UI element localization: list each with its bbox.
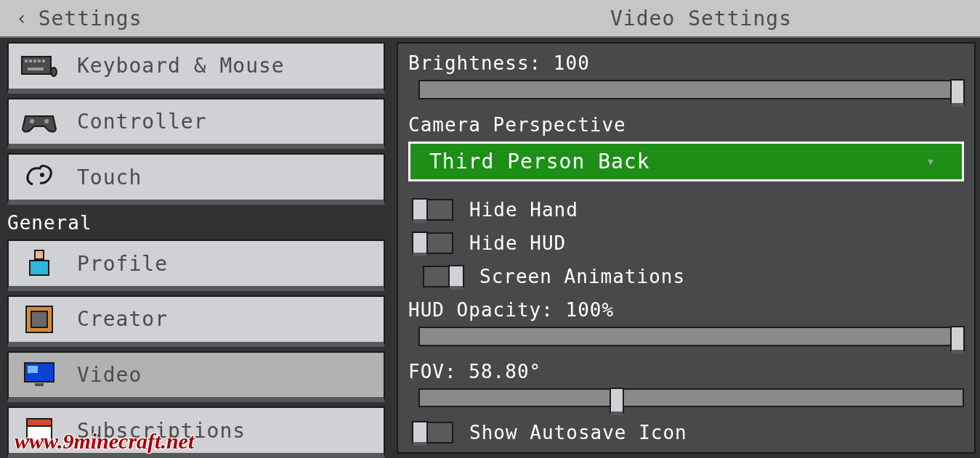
sidebar-item-touch[interactable]: Touch bbox=[7, 153, 385, 205]
video-icon bbox=[20, 359, 58, 390]
sidebar-item-video[interactable]: Video bbox=[7, 351, 385, 403]
svg-rect-12 bbox=[30, 261, 49, 275]
slider-thumb[interactable] bbox=[950, 79, 965, 107]
back-label: Settings bbox=[39, 7, 142, 30]
fov-slider[interactable] bbox=[418, 388, 964, 408]
sidebar-item-label: Touch bbox=[77, 165, 142, 189]
autosave-label: Show Autosave Icon bbox=[469, 422, 687, 443]
svg-rect-2 bbox=[29, 60, 32, 62]
svg-point-10 bbox=[40, 173, 44, 177]
svg-point-9 bbox=[44, 119, 49, 123]
hide-hud-row: Hide HUD bbox=[413, 232, 964, 254]
fov-label: FOV: 58.80° bbox=[408, 361, 964, 383]
hide-hand-row: Hide Hand bbox=[413, 199, 964, 221]
svg-rect-6 bbox=[28, 68, 44, 70]
sidebar-item-creator[interactable]: Creator bbox=[7, 295, 385, 347]
svg-rect-3 bbox=[33, 60, 36, 62]
svg-rect-1 bbox=[25, 60, 28, 62]
back-button[interactable]: ‹ Settings bbox=[0, 7, 142, 30]
brightness-label: Brightness: 100 bbox=[408, 52, 964, 74]
keyboard-icon bbox=[20, 50, 58, 82]
sidebar-item-label: Creator bbox=[77, 307, 168, 331]
camera-perspective-label: Camera Perspective bbox=[408, 114, 964, 136]
svg-point-8 bbox=[30, 119, 34, 123]
slider-thumb[interactable] bbox=[950, 326, 965, 353]
svg-rect-11 bbox=[35, 250, 44, 259]
chevron-down-icon: ▾ bbox=[926, 152, 936, 170]
sidebar-item-label: Controller bbox=[77, 110, 207, 134]
profile-icon bbox=[20, 248, 58, 279]
camera-perspective-dropdown[interactable]: Third Person Back ▾ bbox=[408, 142, 964, 182]
svg-rect-0 bbox=[22, 57, 51, 74]
svg-rect-5 bbox=[42, 60, 45, 62]
brightness-slider[interactable] bbox=[418, 80, 964, 99]
touch-icon bbox=[20, 161, 58, 193]
sidebar-section-general: General bbox=[7, 209, 385, 235]
hud-opacity-slider[interactable] bbox=[418, 327, 964, 346]
sidebar-item-keyboard[interactable]: Keyboard & Mouse bbox=[7, 42, 385, 94]
hide-hud-label: Hide HUD bbox=[469, 232, 566, 254]
hide-hand-toggle[interactable] bbox=[413, 199, 453, 221]
screen-animations-label: Screen Animations bbox=[479, 266, 685, 287]
hide-hud-toggle[interactable] bbox=[413, 232, 453, 254]
sidebar-item-label: Profile bbox=[77, 252, 168, 276]
dropdown-value: Third Person Back bbox=[429, 150, 650, 173]
top-bar: ‹ Settings Video Settings bbox=[0, 0, 980, 38]
hide-hand-label: Hide Hand bbox=[469, 199, 578, 221]
sidebar-item-label: Keyboard & Mouse bbox=[77, 54, 285, 78]
autosave-row: Show Autosave Icon bbox=[413, 422, 964, 443]
hud-opacity-label: HUD Opacity: 100% bbox=[408, 299, 964, 321]
svg-rect-4 bbox=[38, 60, 41, 62]
sidebar-item-label: Video bbox=[77, 363, 142, 387]
svg-rect-17 bbox=[35, 383, 44, 386]
sidebar-item-controller[interactable]: Controller bbox=[7, 98, 385, 150]
watermark: www.9minecraft.net bbox=[15, 429, 194, 454]
sidebar: Keyboard & Mouse Controller Touch Genera… bbox=[0, 38, 392, 458]
svg-rect-16 bbox=[28, 366, 38, 373]
screen-animations-row: Screen Animations bbox=[423, 266, 964, 287]
creator-icon bbox=[20, 303, 58, 335]
sidebar-item-profile[interactable]: Profile bbox=[7, 240, 385, 291]
screen-animations-toggle[interactable] bbox=[423, 266, 463, 287]
svg-point-7 bbox=[51, 68, 57, 76]
controller-icon bbox=[20, 106, 58, 138]
slider-thumb[interactable] bbox=[610, 388, 624, 415]
main-panel: Brightness: 100 Camera Perspective Third… bbox=[397, 42, 976, 454]
svg-rect-19 bbox=[27, 419, 52, 426]
page-title: Video Settings bbox=[610, 7, 792, 30]
chevron-left-icon: ‹ bbox=[16, 7, 28, 29]
autosave-toggle[interactable] bbox=[413, 422, 453, 443]
svg-rect-14 bbox=[31, 311, 47, 327]
